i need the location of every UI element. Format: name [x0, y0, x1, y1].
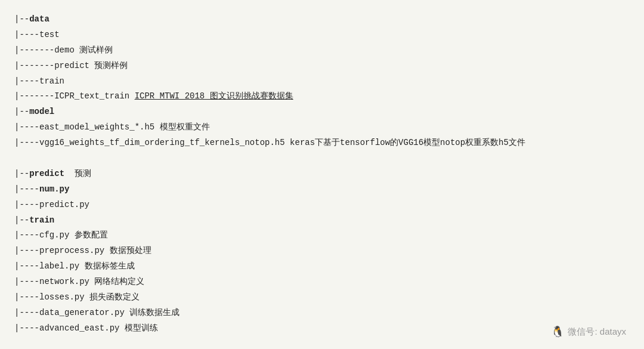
line-vgg16: |----vgg16_weights_tf_dim_ordering_tf_ke… [14, 135, 630, 151]
line-predict-py: |----predict.py [14, 197, 630, 213]
line-demo: |-------demo 测试样例 [14, 43, 630, 58]
empty-line-1 [14, 151, 630, 166]
line-east-weights: |----east_model_weights_*.h5 模型权重文件 [14, 120, 630, 135]
line-data-generator-py: |----data_generator.py 训练数据生成 [14, 305, 630, 321]
line-preprocess-py: |----preprocess.py 数据预处理 [14, 243, 630, 259]
line-losses-py: |----losses.py 损失函数定义 [14, 290, 630, 305]
line-predict-data: |-------predict 预测样例 [14, 58, 630, 74]
content-area: |--data |----test |-------demo 测试样例 |---… [14, 12, 630, 336]
line-advanced-east-py: |----advanced_east.py 模型训练 [14, 321, 630, 336]
line-icpr: |-------ICPR_text_train ICPR MTWI 2018 图… [14, 89, 630, 104]
line-model: |--model [14, 104, 630, 120]
wechat-icon: 🐧 [551, 325, 564, 338]
line-label-py: |----label.py 数据标签生成 [14, 259, 630, 274]
line-cfg-py: |----cfg.py 参数配置 [14, 228, 630, 243]
line-predict-section: |--predict 预测 [14, 166, 630, 182]
line-test: |----test [14, 27, 630, 43]
line-data: |--data [14, 12, 630, 27]
line-train-data: |----train [14, 74, 630, 89]
watermark-text: 微信号: datayx [568, 326, 626, 338]
watermark: 🐧 微信号: datayx [551, 325, 626, 338]
line-network-py: |----network.py 网络结构定义 [14, 274, 630, 290]
line-num-py: |----num.py [14, 182, 630, 197]
icpr-link: ICPR MTWI 2018 图文识别挑战赛数据集 [135, 91, 293, 101]
line-train-section: |--train [14, 213, 630, 228]
